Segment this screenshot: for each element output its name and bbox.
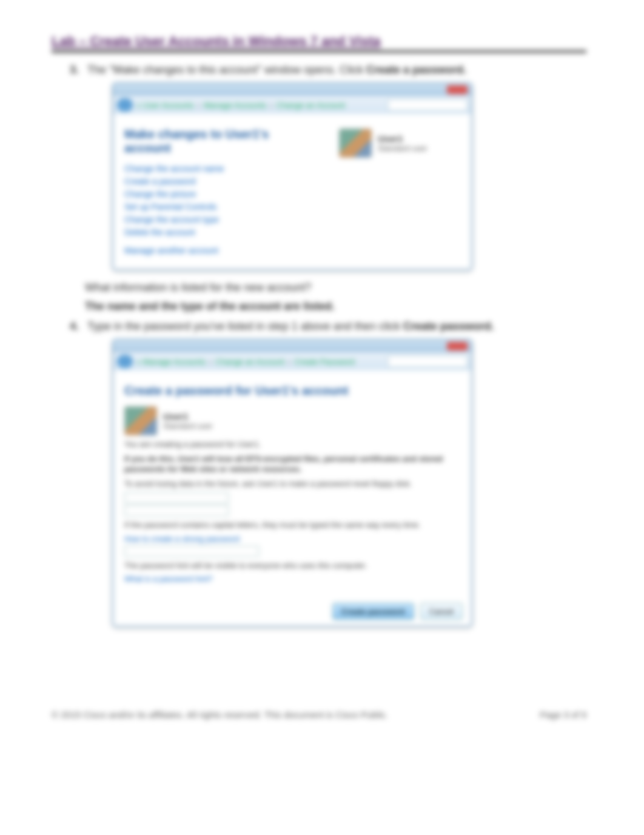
link-change-type[interactable]: Change the account type: [124, 215, 315, 224]
account-links: Change the account name Create a passwor…: [124, 164, 315, 255]
link-create-password[interactable]: Create a password: [124, 176, 315, 186]
search-input[interactable]: [387, 355, 468, 367]
info-line: The password hint will be visible to eve…: [124, 560, 460, 571]
user-name: User1: [378, 133, 428, 144]
info-line: If the password contains capital letters…: [124, 520, 460, 531]
breadcrumb-c[interactable]: Change an Account: [277, 101, 345, 110]
titlebar: [113, 84, 471, 96]
cancel-button[interactable]: Cancel: [420, 603, 463, 620]
chevron-right-icon: ›: [270, 101, 272, 110]
page-header-title: Lab – Create User Accounts in Windows 7 …: [52, 33, 381, 49]
link-manage-another[interactable]: Manage another account: [124, 246, 315, 255]
step-4: 4. Type in the password you've listed in…: [70, 320, 586, 333]
chevron-right-icon: ›: [288, 357, 290, 366]
confirm-password-field[interactable]: [124, 505, 229, 516]
avatar: [124, 406, 157, 435]
chevron-right-icon: ›: [198, 101, 200, 110]
page-header: Lab – Create User Accounts in Windows 7 …: [52, 33, 586, 53]
link-change-name[interactable]: Change the account name: [124, 164, 315, 173]
user-tile: User1 Standard user: [339, 129, 460, 158]
step-text-a: Type in the password you've listed in st…: [87, 320, 403, 332]
answer-text: The name and the type of the account are…: [85, 300, 586, 313]
step-number: 3.: [70, 64, 79, 76]
step-text: The "Make changes to this account" windo…: [87, 64, 586, 76]
user-type: Standard user: [378, 144, 428, 153]
link-strong-password[interactable]: How to create a strong password: [124, 534, 460, 543]
password-hint-field[interactable]: [124, 546, 259, 557]
breadcrumb-a[interactable]: « Manage Accounts: [136, 357, 206, 366]
user-tile: User1 Standard user: [124, 406, 460, 435]
window-heading: Make changes to User1's account: [124, 127, 315, 155]
step-text: Type in the password you've listed in st…: [87, 320, 586, 333]
user-name: User1: [163, 411, 213, 421]
warning-line: If you do this, User1 will lose all EFS-…: [124, 454, 460, 475]
step-number: 4.: [70, 320, 79, 333]
step-text-a: The "Make changes to this account" windo…: [87, 64, 366, 76]
question-text: What information is listed for the new a…: [85, 281, 586, 294]
breadcrumb-c[interactable]: Create Password: [294, 357, 355, 366]
close-icon[interactable]: [447, 342, 468, 350]
window-heading: Create a password for User1's account: [124, 384, 460, 398]
create-password-button[interactable]: Create password: [332, 603, 414, 620]
breadcrumb-bar: « User Accounts › Manage Accounts › Chan…: [113, 96, 471, 114]
page-number: Page 3 of 9: [540, 709, 586, 720]
page-footer: © 2015 Cisco and/or its affiliates. All …: [52, 709, 586, 720]
breadcrumb-a[interactable]: « User Accounts: [136, 101, 194, 110]
link-change-picture[interactable]: Change the picture: [124, 189, 315, 199]
breadcrumb-bar: « Manage Accounts › Change an Account › …: [113, 352, 471, 371]
search-input[interactable]: [387, 99, 468, 111]
titlebar: [113, 340, 471, 352]
link-password-hint[interactable]: What is a password hint?: [124, 574, 460, 583]
link-parental-controls[interactable]: Set up Parental Controls: [124, 202, 315, 212]
link-delete-account[interactable]: Delete the account: [124, 227, 315, 237]
back-button[interactable]: [117, 98, 133, 112]
info-line: You are creating a password for User1.: [124, 439, 460, 450]
user-type: Standard user: [163, 421, 213, 431]
window-create-password: « Manage Accounts › Change an Account › …: [112, 339, 472, 627]
breadcrumb-b[interactable]: Manage Accounts: [204, 101, 266, 110]
breadcrumb-b[interactable]: Change an Account: [216, 357, 284, 366]
close-icon[interactable]: [447, 86, 468, 94]
avatar: [339, 129, 372, 158]
chevron-right-icon: ›: [209, 357, 212, 366]
step-text-b: Create a password.: [366, 64, 466, 76]
copyright: © 2015 Cisco and/or its affiliates. All …: [52, 709, 388, 720]
new-password-field[interactable]: [124, 492, 229, 503]
step-3: 3. The "Make changes to this account" wi…: [70, 64, 586, 76]
info-line: To avoid losing data in the future, ask …: [124, 478, 460, 489]
step-text-b: Create password.: [403, 320, 494, 332]
button-row: Create password Cancel: [113, 597, 471, 626]
back-button[interactable]: [117, 355, 133, 368]
window-change-account: « User Accounts › Manage Accounts › Chan…: [112, 82, 472, 270]
